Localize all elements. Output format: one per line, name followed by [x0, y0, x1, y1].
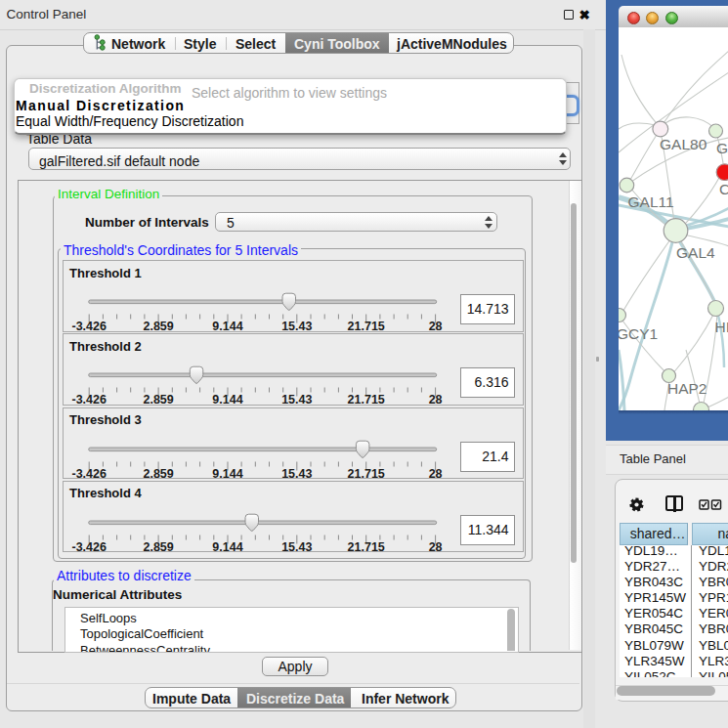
svg-text:15.43: 15.43: [281, 467, 312, 481]
svg-text:21.715: 21.715: [347, 393, 384, 407]
svg-text:21.715: 21.715: [347, 320, 384, 333]
svg-text:15.43: 15.43: [281, 540, 312, 554]
svg-text:2.859: 2.859: [143, 320, 173, 333]
svg-text:9.144: 9.144: [212, 540, 242, 554]
svg-text:HI: HI: [714, 319, 728, 335]
svg-text:2.859: 2.859: [143, 393, 173, 407]
svg-text:C: C: [719, 180, 728, 196]
svg-text:-3.426: -3.426: [71, 393, 106, 407]
svg-text:2.859: 2.859: [143, 540, 173, 554]
svg-text:28: 28: [428, 320, 442, 333]
svg-text:9.144: 9.144: [212, 320, 242, 333]
svg-text:21.715: 21.715: [347, 540, 384, 554]
svg-text:28: 28: [428, 540, 442, 554]
svg-text:GAL4: GAL4: [676, 243, 715, 260]
svg-text:28: 28: [428, 467, 442, 481]
svg-text:GAL80: GAL80: [660, 136, 707, 152]
svg-text:GAL11: GAL11: [627, 193, 673, 209]
svg-text:21.715: 21.715: [347, 467, 384, 481]
svg-text:9.144: 9.144: [212, 393, 242, 407]
svg-text:HAP2: HAP2: [667, 380, 707, 397]
svg-text:15.43: 15.43: [281, 393, 312, 407]
svg-text:15.43: 15.43: [281, 320, 312, 333]
svg-text:28: 28: [428, 393, 442, 407]
svg-text:GCY1: GCY1: [619, 325, 658, 342]
svg-text:9.144: 9.144: [212, 467, 242, 481]
svg-text:-3.426: -3.426: [71, 540, 106, 554]
svg-text:2.859: 2.859: [143, 467, 173, 481]
svg-text:-3.426: -3.426: [71, 320, 106, 333]
svg-text:-3.426: -3.426: [71, 467, 106, 481]
svg-text:GA: GA: [716, 139, 728, 155]
